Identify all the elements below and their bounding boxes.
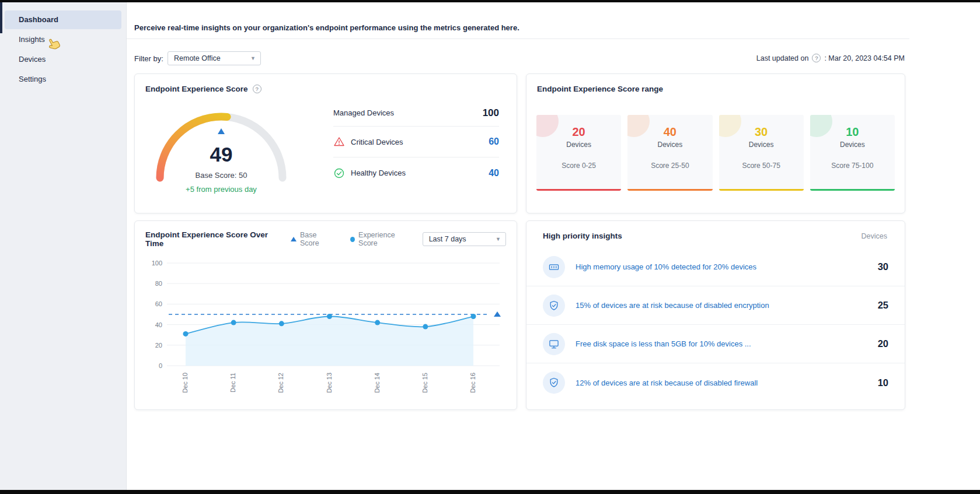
svg-text:Dec 11: Dec 11 <box>229 373 236 393</box>
last-updated-value: : Mar 20, 2023 04:54 PM <box>824 54 905 62</box>
range-card-25-50[interactable]: 40 Devices Score 25-50 <box>627 115 712 191</box>
insight-row-disk-space[interactable]: Free disk space is less than 5GB for 10%… <box>526 325 905 363</box>
sidebar-item-label: Insights <box>19 35 45 44</box>
insight-link[interactable]: High memory usage of 10% detected for 20… <box>576 262 756 271</box>
memory-icon <box>543 256 565 278</box>
range-card-0-25[interactable]: 20 Devices Score 0-25 <box>536 115 621 191</box>
shield-check-icon <box>543 372 565 394</box>
svg-text:Dec 16: Dec 16 <box>469 373 476 393</box>
last-updated: Last updated on ? : Mar 20, 2023 04:54 P… <box>756 54 905 62</box>
sidebar-item-devices[interactable]: Devices <box>5 50 121 69</box>
chevron-down-icon: ▼ <box>496 236 501 242</box>
svg-text:Dec 13: Dec 13 <box>326 373 333 393</box>
insight-link[interactable]: 15% of devices are at risk because of di… <box>576 301 769 310</box>
cursor-hand-icon <box>47 36 63 54</box>
legend-label: Base Score <box>300 231 333 247</box>
high-priority-insights-card: High priority insights Devices High memo… <box>526 220 905 410</box>
svg-text:Dec 12: Dec 12 <box>277 373 284 393</box>
score-card-title: Endpoint Experience Score <box>145 85 248 93</box>
svg-text:60: 60 <box>155 300 162 307</box>
insight-device-count: 10 <box>878 377 888 388</box>
period-dropdown-value: Last 7 days <box>429 235 466 243</box>
sidebar: Dashboard Insights Devices Settings <box>0 2 127 490</box>
sidebar-item-label: Devices <box>19 55 46 64</box>
range-score-label: Score 50-75 <box>719 162 804 170</box>
managed-devices-row: Managed Devices 100 <box>333 100 499 127</box>
endpoint-score-card: Endpoint Experience Score ? 49 Base Scor… <box>134 73 517 213</box>
score-range-card: Endpoint Experience Score range 20 Devic… <box>526 73 905 213</box>
insight-device-count: 20 <box>878 338 888 349</box>
range-score-label: Score 75-100 <box>810 162 895 170</box>
insight-device-count: 30 <box>878 261 888 272</box>
insight-row-memory[interactable]: High memory usage of 10% detected for 20… <box>526 248 905 286</box>
stat-label: Managed Devices <box>333 108 394 117</box>
svg-text:20: 20 <box>155 342 162 349</box>
score-trend-chart: 020406080100Dec 10Dec 11Dec 12Dec 13Dec … <box>142 250 510 401</box>
range-card-75-100[interactable]: 10 Devices Score 75-100 <box>810 115 895 191</box>
score-stats: Managed Devices 100 Critical Devices 60 … <box>333 100 499 188</box>
header-divider <box>127 38 909 39</box>
legend-base-score: Base Score <box>291 231 333 247</box>
stat-value: 100 <box>483 107 499 119</box>
sidebar-item-insights[interactable]: Insights <box>5 30 121 49</box>
period-dropdown[interactable]: Last 7 days ▼ <box>423 232 506 246</box>
insight-link[interactable]: 12% of devices are at risk because of di… <box>576 379 758 387</box>
bottom-border-bar <box>0 490 980 494</box>
filter-by-label: Filter by: <box>134 54 163 63</box>
svg-text:Dec 15: Dec 15 <box>421 373 428 393</box>
svg-text:80: 80 <box>155 280 162 287</box>
trend-card-title: Endpoint Experience Score Over Time <box>145 230 273 248</box>
insight-link[interactable]: Free disk space is less than 5GB for 10%… <box>576 339 751 348</box>
page-description: Perceive real-time insights on your orga… <box>134 23 519 32</box>
range-count: 40 <box>627 125 712 139</box>
legend-experience-score: Experience Score <box>350 231 410 247</box>
range-count: 30 <box>719 125 804 139</box>
filter-dropdown-value: Remote Office <box>174 54 221 62</box>
range-count: 10 <box>810 125 895 139</box>
score-over-time-card: Endpoint Experience Score Over Time Base… <box>134 220 517 410</box>
insights-list: High memory usage of 10% detected for 20… <box>526 248 905 402</box>
sidebar-item-dashboard[interactable]: Dashboard <box>5 10 121 29</box>
stat-label: Critical Devices <box>351 138 403 146</box>
range-devices-label: Devices <box>627 141 712 149</box>
dashboard-main: Perceive real-time insights on your orga… <box>127 2 909 490</box>
filter-dropdown[interactable]: Remote Office ▼ <box>168 51 261 65</box>
triangle-marker-icon <box>291 237 297 241</box>
svg-text:100: 100 <box>152 260 162 267</box>
critical-devices-row: Critical Devices 60 <box>333 127 499 157</box>
svg-text:Dec 14: Dec 14 <box>374 373 381 393</box>
svg-text:Dec 10: Dec 10 <box>182 373 189 393</box>
check-circle-icon <box>333 167 345 179</box>
sidebar-item-settings[interactable]: Settings <box>5 70 121 89</box>
base-score-marker-icon <box>218 128 225 134</box>
insight-device-count: 25 <box>878 300 888 311</box>
insights-devices-header: Devices <box>862 232 887 240</box>
insight-row-firewall[interactable]: 12% of devices are at risk because of di… <box>526 363 905 402</box>
score-value: 49 <box>151 143 291 166</box>
range-score-label: Score 25-50 <box>627 162 712 170</box>
shield-check-icon <box>543 295 565 317</box>
sidebar-item-label: Settings <box>19 75 46 83</box>
help-icon[interactable]: ? <box>812 54 821 62</box>
score-gauge: 49 Base Score: 50 +5 from previous day <box>151 108 291 213</box>
range-devices-label: Devices <box>810 141 895 149</box>
help-icon[interactable]: ? <box>253 85 261 93</box>
svg-text:40: 40 <box>155 321 162 328</box>
range-count: 20 <box>536 125 621 139</box>
insight-row-encryption[interactable]: 15% of devices are at risk because of di… <box>526 286 905 325</box>
range-card-50-75[interactable]: 30 Devices Score 50-75 <box>719 115 804 191</box>
monitor-icon <box>543 333 565 355</box>
range-devices-label: Devices <box>536 141 621 149</box>
warning-triangle-icon <box>333 136 345 148</box>
legend-label: Experience Score <box>358 231 410 247</box>
dot-marker-icon <box>350 237 355 242</box>
range-score-label: Score 0-25 <box>536 162 621 170</box>
chevron-down-icon: ▼ <box>250 55 256 61</box>
base-score-label: Base Score: 50 <box>151 171 291 180</box>
top-border-bar <box>0 0 980 2</box>
stat-value[interactable]: 60 <box>489 136 499 147</box>
range-devices-label: Devices <box>719 141 804 149</box>
stat-label: Healthy Devices <box>351 169 406 177</box>
stat-value[interactable]: 40 <box>489 168 499 178</box>
insights-card-title: High priority insights <box>543 232 622 240</box>
